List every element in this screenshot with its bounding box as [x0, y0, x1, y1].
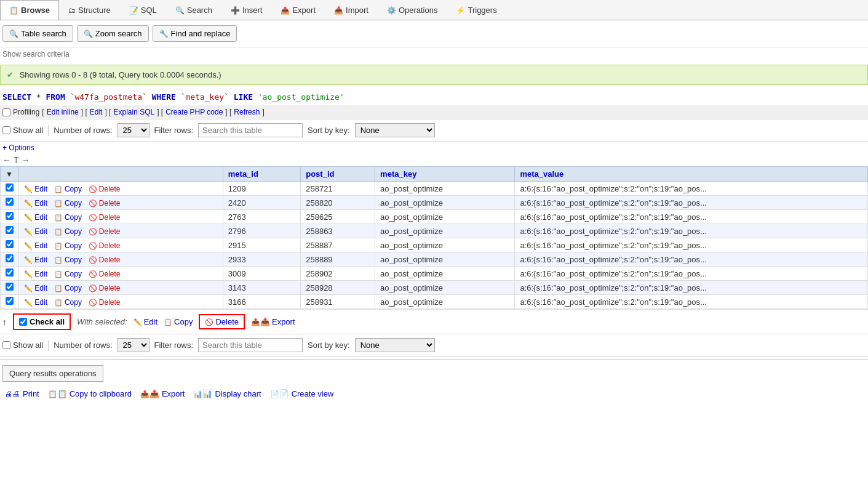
tab-import[interactable]: Import — [325, 0, 378, 20]
scroll-up-icon[interactable]: ↑ — [2, 317, 7, 327]
row-delete-link-0[interactable]: Delete — [89, 185, 121, 193]
tab-browse[interactable]: Browse — [0, 0, 59, 20]
tab-search[interactable]: Search — [166, 0, 221, 20]
row-copy-link-4[interactable]: Copy — [54, 241, 84, 250]
sort-meta-value-link[interactable]: meta_value — [520, 169, 563, 179]
row-copy-link-3[interactable]: Copy — [54, 227, 84, 236]
rows-per-page-select-top[interactable]: 25 50 100 — [117, 123, 149, 137]
show-search-criteria[interactable]: Show search criteria — [0, 47, 868, 61]
row-edit-link-8[interactable]: Edit — [24, 298, 49, 307]
row-checkbox-5[interactable] — [6, 254, 14, 262]
col-left-btn[interactable]: ← — [2, 155, 11, 165]
table-row: Edit Copy Delete 3009 258902 ao_post_opt… — [1, 267, 868, 281]
row-checkbox-cell — [1, 182, 19, 196]
row-checkbox-7[interactable] — [6, 283, 14, 291]
row-delete-link-1[interactable]: Delete — [89, 199, 121, 208]
edit-link[interactable]: Edit — [90, 108, 103, 116]
zoom-search-button[interactable]: Zoom search — [77, 25, 149, 42]
sort-post-id-link[interactable]: post_id — [306, 169, 334, 179]
tab-operations[interactable]: Operations — [378, 0, 447, 20]
refresh-link[interactable]: Refresh — [234, 108, 260, 116]
profiling-checkbox[interactable] — [2, 108, 10, 116]
row-edit-link-5[interactable]: Edit — [24, 256, 49, 264]
row-checkbox-2[interactable] — [6, 212, 14, 220]
explain-sql-link[interactable]: Explain SQL — [113, 108, 154, 116]
tab-triggers[interactable]: Triggers — [447, 0, 506, 20]
tab-structure[interactable]: Structure — [59, 0, 120, 20]
options-link[interactable]: + Options — [0, 142, 868, 154]
col-right-btn[interactable]: → — [22, 155, 30, 165]
row-edit-link-0[interactable]: Edit — [24, 185, 49, 193]
row-edit-link-3[interactable]: Edit — [24, 227, 49, 236]
row-checkbox-1[interactable] — [6, 198, 14, 206]
row-edit-link-7[interactable]: Edit — [24, 284, 49, 292]
edit-inline-link[interactable]: Edit inline — [47, 108, 79, 116]
sort-by-key-select-bottom[interactable]: None PRIMARY — [355, 338, 435, 352]
with-selected-edit-btn[interactable]: Edit — [133, 317, 157, 326]
table-search-button[interactable]: Table search — [2, 25, 73, 42]
table-row: Edit Copy Delete 2420 258820 ao_post_opt… — [1, 196, 868, 210]
display-chart-button[interactable]: 📊 Display chart — [193, 389, 261, 398]
sort-by-key-select-top[interactable]: None PRIMARY — [355, 123, 435, 137]
filter-rows-input-top[interactable] — [198, 123, 303, 137]
show-all-label-top[interactable]: Show all — [2, 126, 43, 135]
row-delete-link-5[interactable]: Delete — [89, 256, 121, 264]
row-copy-link-8[interactable]: Copy — [54, 298, 84, 307]
row-edit-link-2[interactable]: Edit — [24, 213, 49, 222]
col-header-post-id: post_id — [301, 167, 375, 182]
row-meta-value-1: a:6:{s:16:"ao_post_optimize";s:2:"on";s:… — [515, 196, 868, 210]
tab-insert[interactable]: Insert — [221, 0, 272, 20]
rows-per-page-select-bottom[interactable]: 25 50 100 — [117, 338, 149, 352]
row-actions-cell: Edit Copy Delete — [19, 238, 223, 252]
row-delete-link-3[interactable]: Delete — [89, 227, 121, 236]
data-table: ▼ meta_id post_id meta_key meta_value Ed… — [0, 166, 868, 309]
row-actions-cell: Edit Copy Delete — [19, 281, 223, 295]
sort-meta-key-link[interactable]: meta_key — [380, 169, 416, 179]
row-edit-link-6[interactable]: Edit — [24, 270, 49, 278]
col-center-btn[interactable]: T — [14, 155, 19, 165]
show-all-checkbox-bottom[interactable] — [2, 341, 10, 349]
row-edit-link-1[interactable]: Edit — [24, 199, 49, 208]
row-checkbox-6[interactable] — [6, 268, 14, 276]
row-delete-link-6[interactable]: Delete — [89, 270, 121, 278]
with-selected-export-btn[interactable]: 📤 Export — [251, 317, 295, 326]
row-copy-link-2[interactable]: Copy — [54, 213, 84, 222]
edit-icon-3 — [24, 227, 33, 236]
sort-meta-id-link[interactable]: meta_id — [228, 169, 258, 179]
row-checkbox-3[interactable] — [6, 226, 14, 234]
row-copy-link-7[interactable]: Copy — [54, 284, 84, 292]
show-all-label-bottom[interactable]: Show all — [2, 341, 43, 350]
copy-to-clipboard-button[interactable]: 📋 Copy to clipboard — [48, 389, 132, 398]
search-toolbar: Table search Zoom search Find and replac… — [0, 20, 868, 47]
find-replace-button[interactable]: Find and replace — [153, 25, 237, 42]
show-all-checkbox-top[interactable] — [2, 126, 10, 134]
check-all-checkbox[interactable] — [19, 318, 27, 326]
filter-rows-input-bottom[interactable] — [198, 338, 303, 352]
edit-icon-7 — [24, 284, 33, 292]
with-selected-copy-btn[interactable]: Copy — [164, 317, 193, 326]
row-delete-link-4[interactable]: Delete — [89, 241, 121, 250]
with-selected-delete-btn[interactable]: Delete — [199, 314, 245, 329]
row-actions-cell: Edit Copy Delete — [19, 196, 223, 210]
create-view-button[interactable]: 📄 Create view — [270, 389, 334, 398]
row-copy-link-5[interactable]: Copy — [54, 256, 84, 264]
row-checkbox-0[interactable] — [6, 183, 14, 192]
row-post-id-6: 258902 — [301, 267, 375, 281]
row-copy-link-1[interactable]: Copy — [54, 199, 84, 208]
row-checkbox-4[interactable] — [6, 240, 14, 248]
check-all-button[interactable]: Check all — [13, 313, 71, 330]
query-results-title: Query results operations — [2, 365, 103, 382]
table-row: Edit Copy Delete 2915 258887 ao_post_opt… — [1, 238, 868, 252]
row-checkbox-8[interactable] — [6, 297, 14, 305]
tab-sql[interactable]: SQL — [120, 0, 166, 20]
row-delete-link-7[interactable]: Delete — [89, 284, 121, 292]
export-results-button[interactable]: 📤 Export — [140, 389, 185, 398]
print-button[interactable]: 🖨 Print — [5, 389, 39, 398]
tab-export[interactable]: Export — [271, 0, 325, 20]
row-copy-link-0[interactable]: Copy — [54, 185, 84, 193]
row-copy-link-6[interactable]: Copy — [54, 270, 84, 278]
row-delete-link-2[interactable]: Delete — [89, 213, 121, 222]
create-php-link[interactable]: Create PHP code — [165, 108, 223, 116]
row-delete-link-8[interactable]: Delete — [89, 298, 121, 307]
row-edit-link-4[interactable]: Edit — [24, 241, 49, 250]
